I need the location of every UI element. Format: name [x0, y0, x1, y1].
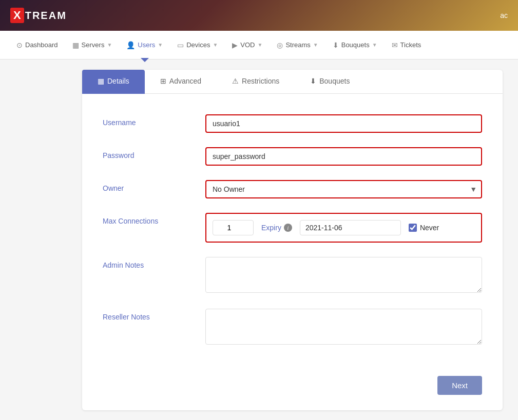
tab-restrictions[interactable]: ⚠ Restrictions: [217, 70, 295, 94]
owner-label: Owner: [103, 180, 205, 192]
nav-label-streams: Streams: [285, 41, 310, 49]
chevron-down-icon: ▼: [213, 42, 218, 48]
username-control: [205, 114, 482, 133]
main-content: ▦ Details ⊞ Advanced ⚠ Restrictions ⬇ Bo…: [0, 59, 518, 420]
logo-x: X: [10, 8, 24, 23]
form-card: ▦ Details ⊞ Advanced ⚠ Restrictions ⬇ Bo…: [82, 70, 503, 410]
expiry-label: Expiry i: [261, 224, 292, 232]
max-connections-group: Expiry i Never: [205, 213, 482, 243]
max-connections-label: Max Connections: [103, 213, 205, 225]
reseller-notes-control: [205, 309, 482, 346]
chevron-down-icon: ▼: [158, 42, 163, 48]
details-tab-icon: ▦: [98, 77, 104, 85]
max-connections-input[interactable]: [213, 220, 254, 235]
nav-label-bouquets: Bouquets: [341, 41, 370, 49]
reseller-notes-label: Reseller Notes: [103, 309, 205, 321]
tab-advanced-label: Advanced: [169, 77, 201, 85]
owner-select-wrapper: No Owner ▼: [205, 180, 482, 198]
expiry-text: Expiry: [261, 224, 281, 232]
restrictions-tab-icon: ⚠: [232, 77, 239, 85]
advanced-tab-icon: ⊞: [160, 77, 166, 85]
info-icon: i: [284, 224, 292, 232]
sidebar-item-servers[interactable]: ▦ Servers ▼: [66, 37, 119, 53]
reseller-notes-textarea[interactable]: [205, 309, 482, 345]
main-nav: ⊙ Dashboard ▦ Servers ▼ 👤 Users ▼ ▭ Devi…: [0, 31, 518, 59]
tab-restrictions-label: Restrictions: [242, 77, 279, 85]
sidebar-item-vod[interactable]: ▶ VOD ▼: [226, 37, 268, 53]
owner-select[interactable]: No Owner: [205, 180, 482, 198]
devices-icon: ▭: [177, 41, 184, 49]
admin-notes-row: Admin Notes: [103, 257, 482, 294]
chevron-down-icon: ▼: [372, 42, 377, 48]
never-checkbox-label[interactable]: Never: [409, 224, 439, 232]
nav-label-dashboard: Dashboard: [25, 41, 58, 49]
owner-row: Owner No Owner ▼: [103, 180, 482, 198]
password-label: Password: [103, 147, 205, 159]
username-input[interactable]: [205, 114, 482, 133]
username-label: Username: [103, 114, 205, 127]
tab-advanced[interactable]: ⊞ Advanced: [145, 70, 217, 94]
never-label: Never: [420, 224, 439, 232]
sidebar-item-devices[interactable]: ▭ Devices ▼: [171, 37, 224, 53]
vod-icon: ▶: [232, 41, 238, 49]
sidebar-item-bouquets[interactable]: ⬇ Bouquets ▼: [327, 37, 383, 53]
nav-label-vod: VOD: [240, 41, 255, 49]
tab-details-label: Details: [107, 77, 129, 85]
next-button[interactable]: Next: [437, 376, 482, 395]
never-checkbox[interactable]: [409, 224, 417, 232]
password-input[interactable]: [205, 147, 482, 166]
logo[interactable]: X TREAM: [10, 8, 67, 23]
streams-icon: ◎: [277, 41, 283, 49]
admin-notes-textarea[interactable]: [205, 257, 482, 293]
bouquets-tab-icon: ⬇: [310, 77, 316, 85]
nav-label-devices: Devices: [186, 41, 210, 49]
password-row: Password: [103, 147, 482, 166]
tab-bar: ▦ Details ⊞ Advanced ⚠ Restrictions ⬇ Bo…: [82, 70, 503, 94]
nav-label-tickets: Tickets: [400, 41, 421, 49]
users-icon: 👤: [126, 41, 135, 49]
tab-bouquets-label: Bouquets: [319, 77, 350, 85]
form-footer: Next: [82, 366, 503, 395]
sidebar-item-streams[interactable]: ◎ Streams ▼: [271, 37, 324, 53]
bouquets-icon: ⬇: [333, 41, 339, 49]
dashboard-icon: ⊙: [16, 41, 23, 49]
servers-icon: ▦: [72, 41, 79, 49]
chevron-down-icon: ▼: [107, 42, 112, 48]
admin-notes-control: [205, 257, 482, 294]
sidebar-item-tickets[interactable]: ✉ Tickets: [386, 37, 428, 53]
expiry-date-input[interactable]: [300, 220, 401, 235]
logo-tream: TREAM: [25, 10, 67, 22]
max-connections-row: Max Connections Expiry i Never: [103, 213, 482, 243]
chevron-down-icon: ▼: [258, 42, 263, 48]
max-connections-control: Expiry i Never: [205, 213, 482, 243]
tab-details[interactable]: ▦ Details: [82, 70, 145, 94]
chevron-down-icon: ▼: [313, 42, 318, 48]
header-user: ac: [500, 11, 508, 19]
sidebar-item-dashboard[interactable]: ⊙ Dashboard: [10, 37, 64, 53]
username-row: Username: [103, 114, 482, 133]
nav-label-servers: Servers: [82, 41, 105, 49]
form-body: Username Password Owner No Owner: [82, 109, 503, 366]
tickets-icon: ✉: [392, 41, 398, 49]
tab-bouquets[interactable]: ⬇ Bouquets: [295, 70, 365, 94]
sidebar-item-users[interactable]: 👤 Users ▼: [120, 37, 169, 53]
owner-control: No Owner ▼: [205, 180, 482, 198]
admin-notes-label: Admin Notes: [103, 257, 205, 269]
nav-label-users: Users: [138, 41, 155, 49]
password-control: [205, 147, 482, 166]
reseller-notes-row: Reseller Notes: [103, 309, 482, 346]
header: X TREAM ac: [0, 0, 518, 31]
